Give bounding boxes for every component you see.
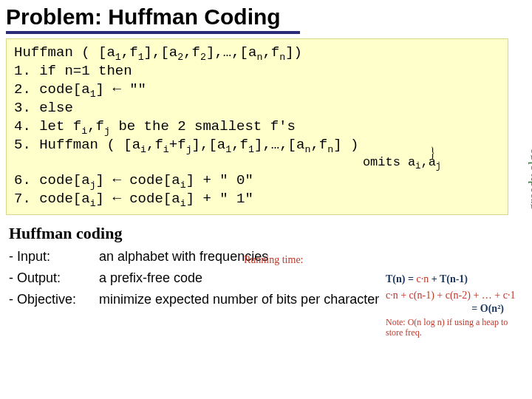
algo-line-7: 7. code[ai] ← code[ai] + " 1" — [14, 190, 500, 208]
input-value: an alphabet with frequencies — [95, 246, 383, 267]
brace-icon: ︷ — [424, 146, 443, 161]
algo-line-4: 4. let fi,fj be the 2 smallest f's — [14, 117, 500, 136]
algo-signature: Huffman ( [a1,f1],[a2,f2],…,[an,fn]) — [14, 44, 500, 62]
objective-label: - Objective: — [4, 289, 95, 310]
output-value: a prefix-free code — [95, 267, 383, 289]
objective-value: minimize expected number of bits per cha… — [95, 289, 383, 310]
running-time-label: Running time: — [244, 254, 304, 266]
complexity-derivation: T(n) = c·n + T(n-1) c·n + c(n-1) + c(n-2… — [386, 273, 526, 338]
algo-line-2: 2. code[a1] ← "" — [14, 81, 500, 99]
algorithm-box: Huffman ( [a1,f1],[a2,f2],…,[an,fn]) 1. … — [6, 38, 508, 215]
algo-line-6: 6. code[aj] ← code[ai] + " 0" — [14, 171, 500, 190]
greedy-annotation: greedy algo — [526, 148, 532, 210]
algo-line-1: 1. if n=1 then — [14, 62, 500, 81]
title-underline — [6, 31, 300, 34]
input-label: - Input: — [4, 246, 95, 267]
section-heading: Huffman coding — [0, 221, 532, 246]
algo-line-3: 3. else — [14, 99, 500, 117]
output-label: - Output: — [4, 267, 95, 289]
slide-title: Problem: Huffman Coding — [0, 0, 532, 31]
